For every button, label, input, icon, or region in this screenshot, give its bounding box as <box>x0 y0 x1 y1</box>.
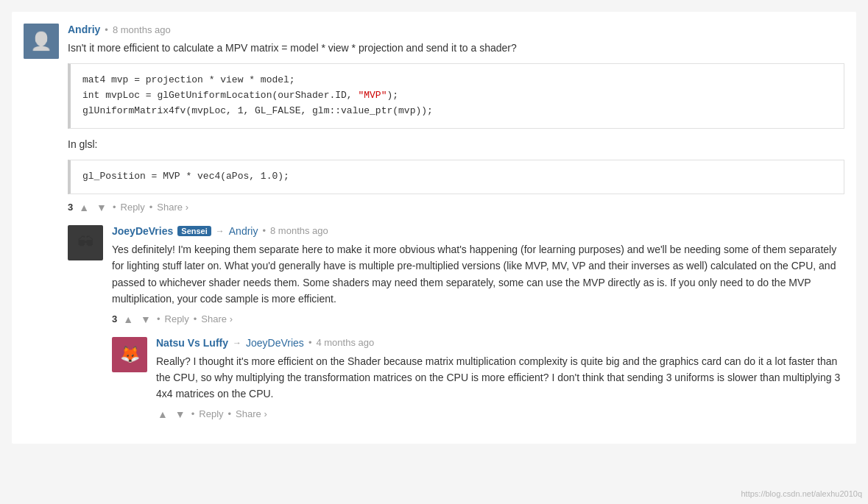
comment-natsu: Natsu Vs Luffy → JoeyDeVries • 4 months … <box>112 337 844 420</box>
reply-link[interactable]: Reply <box>199 408 223 419</box>
timestamp: 8 months ago <box>113 24 171 35</box>
comment-joey: JoeyDeVries Sensei → Andriy • 8 months a… <box>68 225 844 325</box>
downvote-button[interactable]: ▼ <box>95 202 108 213</box>
avatar-image <box>112 337 147 372</box>
username: JoeyDeVries <box>112 225 173 237</box>
dot-separator: • <box>308 337 312 348</box>
comment-header: Natsu Vs Luffy → JoeyDeVries • 4 months … <box>156 337 844 349</box>
downvote-button[interactable]: ▼ <box>139 313 152 325</box>
comment-text: Yes definitely! I'm keeping them separat… <box>112 241 844 308</box>
share-link[interactable]: Share › <box>236 408 267 419</box>
sensei-badge: Sensei <box>177 226 211 236</box>
code-block-1: mat4 mvp = projection * view * model; in… <box>68 63 844 128</box>
separator: • <box>191 408 195 419</box>
comment-body: JoeyDeVries Sensei → Andriy • 8 months a… <box>112 225 844 325</box>
avatar <box>112 337 147 372</box>
reply-link[interactable]: Reply <box>165 313 189 324</box>
share-link[interactable]: Share › <box>157 202 188 213</box>
vote-count: 3 <box>112 313 117 324</box>
timestamp: 4 months ago <box>316 337 374 348</box>
reply-arrow-icon: → <box>233 338 241 348</box>
timestamp: 8 months ago <box>270 225 328 236</box>
comment-text: Isn't it more efficient to calculate a M… <box>68 40 844 56</box>
username: Natsu Vs Luffy <box>156 337 228 349</box>
separator: • <box>149 202 153 213</box>
comment-body: Natsu Vs Luffy → JoeyDeVries • 4 months … <box>156 337 844 420</box>
separator: • <box>228 408 232 419</box>
comment-thread: Andriy • 8 months ago Isn't it more effi… <box>12 12 856 444</box>
upvote-button[interactable]: ▲ <box>121 313 135 325</box>
comment-andriy: Andriy • 8 months ago Isn't it more effi… <box>24 24 844 213</box>
dot-separator: • <box>262 225 266 236</box>
watermark: https://blog.csdn.net/alexhu2010q <box>741 489 862 498</box>
reply-to-username: JoeyDeVries <box>246 337 304 349</box>
downvote-button[interactable]: ▼ <box>174 408 187 420</box>
nested-comment-natsu: Natsu Vs Luffy → JoeyDeVries • 4 months … <box>112 337 844 420</box>
dot-separator: • <box>105 24 108 35</box>
comment-body: Andriy • 8 months ago Isn't it more effi… <box>68 24 844 213</box>
reply-arrow-icon: → <box>216 226 225 236</box>
code-block-2: gl_Position = MVP * vec4(aPos, 1.0); <box>68 160 844 194</box>
username: Andriy <box>68 24 100 35</box>
separator: • <box>113 202 116 213</box>
avatar-image <box>68 225 103 260</box>
nested-comment-joey: JoeyDeVries Sensei → Andriy • 8 months a… <box>68 225 844 420</box>
comment-header: JoeyDeVries Sensei → Andriy • 8 months a… <box>112 225 844 237</box>
inline-text: In glsl: <box>68 136 844 152</box>
share-link[interactable]: Share › <box>201 313 233 324</box>
avatar <box>68 225 103 260</box>
avatar-image <box>24 24 59 59</box>
vote-bar: ▲ ▼ • Reply • Share › <box>156 408 844 420</box>
reply-to-username: Andriy <box>229 225 258 237</box>
separator: • <box>194 313 197 324</box>
upvote-button[interactable]: ▲ <box>77 202 91 213</box>
reply-link[interactable]: Reply <box>121 202 145 213</box>
comment-text: Really? I thought it's more efficient on… <box>156 353 844 402</box>
vote-count: 3 <box>68 202 73 213</box>
avatar <box>24 24 59 59</box>
comment-header: Andriy • 8 months ago <box>68 24 844 35</box>
vote-bar: 3 ▲ ▼ • Reply • Share › <box>68 202 844 213</box>
vote-bar: 3 ▲ ▼ • Reply • Share › <box>112 313 844 325</box>
separator: • <box>157 313 160 324</box>
upvote-button[interactable]: ▲ <box>156 408 169 420</box>
